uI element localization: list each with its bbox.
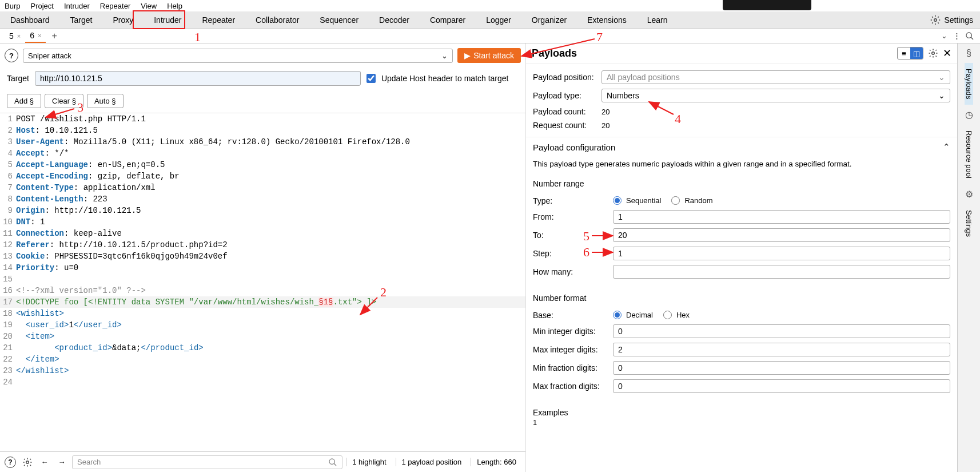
gear-icon[interactable]: ⚙ — [965, 184, 973, 204]
tab-extensions[interactable]: Extensions — [577, 11, 636, 28]
kebab-icon[interactable]: ⋮ — [953, 31, 961, 40]
min-frac-input[interactable] — [613, 361, 950, 375]
clock-icon[interactable]: ◷ — [965, 105, 973, 125]
section-icon[interactable]: § — [966, 43, 971, 63]
examples-header: Examples — [526, 404, 957, 418]
svg-line-2 — [971, 37, 973, 39]
play-icon: ▶ — [464, 51, 471, 60]
hex-radio[interactable] — [663, 311, 672, 319]
rail-settings[interactable]: Settings — [965, 204, 973, 243]
min-int-label: Min integer digits: — [533, 327, 607, 336]
max-int-input[interactable] — [613, 343, 950, 356]
tab-proxy[interactable]: Proxy — [102, 11, 144, 28]
tool-tab-strip: Dashboard Target Proxy Intruder Repeater… — [0, 11, 980, 29]
number-format-header: Number format — [526, 290, 957, 304]
auto-positions-button[interactable]: Auto § — [87, 94, 124, 108]
howmany-input[interactable] — [613, 265, 950, 279]
svg-point-4 — [329, 459, 334, 464]
rail-payloads[interactable]: Payloads — [965, 63, 973, 105]
random-radio[interactable] — [671, 196, 680, 205]
tab-collaborator[interactable]: Collaborator — [245, 11, 309, 28]
back-icon[interactable]: ← — [38, 455, 51, 469]
menu-view[interactable]: View — [141, 2, 157, 10]
help-icon[interactable]: ? — [5, 49, 18, 62]
rail-resource-pool[interactable]: Resource pool — [965, 125, 973, 184]
list-view-icon[interactable]: ≡ — [898, 47, 910, 59]
to-label: To: — [533, 231, 607, 240]
payloads-title: Payloads — [532, 47, 893, 60]
tab-logger[interactable]: Logger — [476, 11, 521, 28]
target-label: Target — [7, 74, 29, 83]
settings-button[interactable]: Settings — [930, 15, 980, 25]
sub-tab-5[interactable]: 5× — [5, 29, 25, 43]
editor-search-input[interactable]: Search — [72, 455, 342, 469]
payload-config-header[interactable]: Payload configuration⌃ — [526, 137, 957, 157]
clear-positions-button[interactable]: Clear § — [45, 94, 83, 108]
gear-icon — [930, 15, 941, 25]
min-int-input[interactable] — [613, 324, 950, 338]
panel-view-icon[interactable]: ◫ — [910, 47, 923, 59]
menu-bar: Burp Project Intruder Repeater View Help — [0, 0, 980, 11]
decimal-radio[interactable] — [613, 311, 622, 319]
highlight-count: 1 highlight — [346, 458, 392, 466]
max-int-label: Max integer digits: — [533, 345, 607, 354]
update-host-label: Update Host header to match target — [381, 74, 509, 83]
tab-dashboard[interactable]: Dashboard — [0, 11, 60, 28]
range-type-label: Type: — [533, 196, 607, 205]
menu-burp[interactable]: Burp — [5, 2, 20, 10]
sequential-radio[interactable] — [613, 196, 622, 205]
new-tab-button[interactable]: + — [46, 31, 62, 41]
target-input[interactable] — [35, 71, 361, 86]
close-icon[interactable]: × — [38, 32, 41, 39]
tab-learn[interactable]: Learn — [637, 11, 678, 28]
attack-type-value: Sniper attack — [28, 51, 71, 60]
min-frac-label: Min fraction digits: — [533, 363, 607, 372]
chevron-down-icon: ⌄ — [441, 51, 448, 60]
attack-type-select[interactable]: Sniper attack ⌄ — [23, 49, 453, 63]
menu-intruder[interactable]: Intruder — [64, 2, 90, 10]
update-host-checkbox[interactable] — [366, 74, 376, 83]
menu-repeater[interactable]: Repeater — [100, 2, 130, 10]
add-position-button[interactable]: Add § — [7, 94, 41, 108]
menu-help[interactable]: Help — [167, 2, 182, 10]
tab-comparer[interactable]: Comparer — [420, 11, 476, 28]
search-icon[interactable] — [965, 31, 974, 41]
start-attack-label: Start attack — [473, 51, 514, 60]
sub-tab-6[interactable]: 6× — [25, 29, 46, 43]
request-editor[interactable]: 1POST /wishlist.php HTTP/1.12Host: 10.10… — [0, 113, 525, 451]
forward-icon[interactable]: → — [55, 455, 69, 469]
from-label: From: — [533, 212, 607, 221]
max-frac-label: Max fraction digits: — [533, 382, 607, 391]
number-range-header: Number range — [526, 176, 957, 189]
tab-repeater[interactable]: Repeater — [192, 11, 245, 28]
view-toggle[interactable]: ≡ ◫ — [897, 47, 923, 60]
length-status: Length: 660 — [471, 458, 522, 466]
tab-organizer[interactable]: Organizer — [521, 11, 577, 28]
payload-position-label: Payload position: — [533, 73, 596, 82]
max-frac-input[interactable] — [613, 379, 950, 393]
request-count-value: 20 — [601, 121, 609, 130]
to-input[interactable] — [613, 228, 950, 242]
tab-sequencer[interactable]: Sequencer — [309, 11, 369, 28]
close-icon[interactable]: × — [17, 33, 21, 39]
from-input[interactable] — [613, 210, 950, 224]
random-label: Random — [684, 196, 712, 205]
close-icon[interactable]: ✕ — [943, 47, 951, 60]
tab-decoder[interactable]: Decoder — [369, 11, 420, 28]
gear-icon[interactable] — [928, 48, 938, 58]
menu-project[interactable]: Project — [30, 2, 53, 10]
chevron-down-icon[interactable]: ⌄ — [941, 31, 947, 40]
payload-type-select[interactable]: Numbers⌄ — [601, 89, 950, 102]
payload-count-label: Payload count: — [533, 107, 596, 116]
hex-label: Hex — [676, 311, 690, 319]
chevron-down-icon: ⌄ — [938, 91, 945, 100]
tab-intruder[interactable]: Intruder — [144, 11, 192, 28]
step-input[interactable] — [613, 247, 950, 260]
help-icon[interactable]: ? — [3, 455, 17, 469]
decimal-label: Decimal — [626, 311, 653, 319]
tab-target[interactable]: Target — [60, 11, 103, 28]
start-attack-button[interactable]: ▶ Start attack — [457, 48, 521, 63]
payload-position-select[interactable]: All payload positions⌄ — [601, 70, 950, 84]
svg-point-3 — [26, 461, 29, 463]
gear-icon[interactable] — [21, 455, 34, 469]
